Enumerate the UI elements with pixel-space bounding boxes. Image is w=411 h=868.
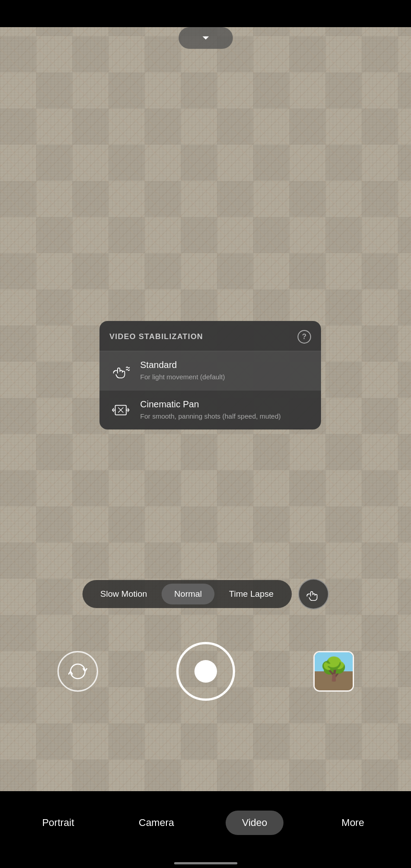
nav-portrait-label: Portrait (42, 817, 74, 829)
stabilization-popup: VIDEO STABILIZATION ? Standard (99, 321, 321, 429)
mode-pills-container: Slow Motion Normal Time Lapse (82, 580, 292, 608)
stabilization-toggle-button[interactable] (298, 579, 329, 609)
cinematic-pan-icon (109, 399, 132, 421)
camera-viewfinder: VIDEO STABILIZATION ? Standard (0, 0, 411, 791)
standard-title: Standard (140, 360, 225, 370)
popup-title: VIDEO STABILIZATION (109, 332, 203, 341)
cinematic-option-text: Cinematic Pan For smooth, panning shots … (140, 399, 281, 421)
popup-header: VIDEO STABILIZATION ? (99, 321, 321, 351)
nav-camera-label: Camera (139, 817, 174, 829)
home-indicator (174, 862, 237, 864)
nav-more[interactable]: More (304, 817, 402, 829)
nav-video-label: Video (242, 817, 267, 829)
flip-camera-button[interactable] (57, 651, 98, 692)
gallery-thumbnail[interactable] (313, 651, 354, 692)
nav-portrait[interactable]: Portrait (9, 817, 107, 829)
shutter-button[interactable] (176, 642, 235, 701)
status-bar (0, 0, 411, 27)
mode-bar: Slow Motion Normal Time Lapse (82, 579, 329, 609)
shutter-inner (194, 660, 217, 683)
camera-controls (0, 642, 411, 701)
stabilization-option-standard[interactable]: Standard For light movement (default) (99, 351, 321, 390)
stabilization-option-cinematic[interactable]: Cinematic Pan For smooth, panning shots … (99, 390, 321, 429)
hand-stabilize-icon (109, 359, 132, 382)
chevron-down-icon (199, 32, 212, 44)
nav-video-pill: Video (226, 811, 283, 835)
nav-camera[interactable]: Camera (107, 817, 205, 829)
cinematic-desc: For smooth, panning shots (half speed, m… (140, 411, 281, 421)
mode-slow-motion[interactable]: Slow Motion (88, 584, 160, 604)
nav-more-label: More (341, 817, 364, 829)
standard-desc: For light movement (default) (140, 372, 225, 382)
cinematic-title: Cinematic Pan (140, 399, 281, 410)
help-button[interactable]: ? (298, 330, 311, 344)
collapse-button[interactable] (179, 27, 233, 49)
mode-time-lapse[interactable]: Time Lapse (217, 584, 287, 604)
bottom-nav: Portrait Camera Video More (0, 791, 411, 868)
mode-normal[interactable]: Normal (161, 584, 214, 604)
nav-video[interactable]: Video (206, 811, 304, 835)
standard-option-text: Standard For light movement (default) (140, 360, 225, 382)
